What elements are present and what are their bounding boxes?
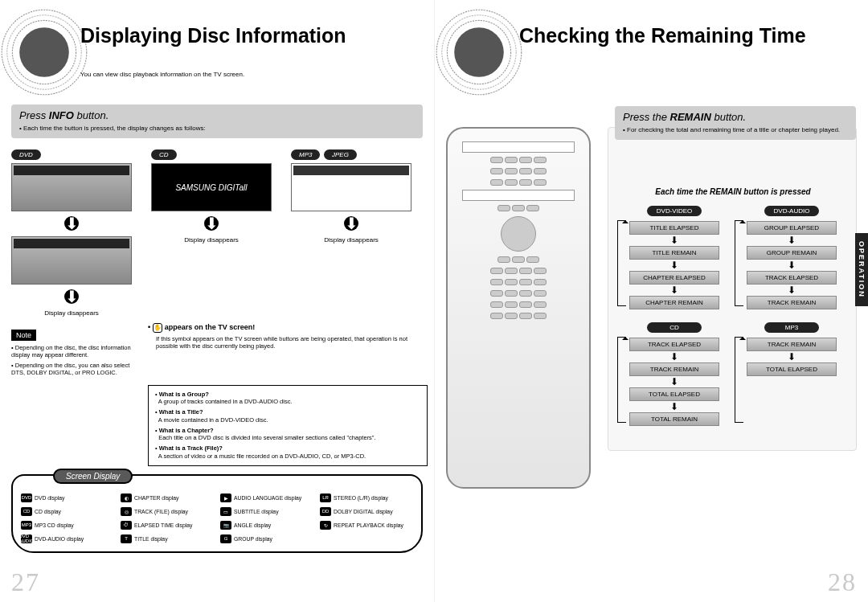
flow-step: TRACK ELAPSED xyxy=(747,271,837,285)
note-tag: Note xyxy=(11,330,36,341)
flow-column: DVD-AUDIOGROUP ELAPSED⬇GROUP REMAIN⬇TRAC… xyxy=(747,206,837,311)
osd-thumb-dvd xyxy=(11,163,132,211)
sd-label: STEREO (L/R) display xyxy=(334,495,388,501)
page-title: Checking the Remaining Time xyxy=(519,24,806,47)
def-item: • What is a Chapter? Each title on a DVD… xyxy=(155,427,420,443)
flow-head: CD xyxy=(647,322,701,333)
sd-item: ◎TRACK (FILE) display xyxy=(121,507,214,516)
sd-item: MP3MP3 CD display xyxy=(21,521,114,530)
down-arrow-icon: ⬇ xyxy=(344,216,358,231)
sd-glyph-icon: ◎ xyxy=(121,507,132,516)
flow-step: TRACK REMAIN xyxy=(629,362,719,376)
sd-label: MP3 CD display xyxy=(35,522,74,528)
flow-step: CHAPTER REMAIN xyxy=(629,296,719,309)
down-arrow-icon: ⬇ xyxy=(747,286,837,294)
instruction-band: Press the REMAIN button. • For checking … xyxy=(615,106,856,140)
def-item: • What is a Title? A movie contained in … xyxy=(155,408,420,424)
page-left: Displaying Disc Information You can view… xyxy=(0,0,434,602)
sd-glyph-icon: G xyxy=(220,534,231,543)
down-arrow-icon: ⬇ xyxy=(629,353,719,361)
sd-label: ANGLE display xyxy=(234,522,271,528)
sd-glyph-icon: CD xyxy=(21,507,32,516)
flow-step: TRACK REMAIN xyxy=(747,338,837,351)
flow-step: CHAPTER ELAPSED xyxy=(629,271,719,285)
sd-glyph-icon: DD xyxy=(320,507,331,516)
display-disappears-label: Display disappears xyxy=(11,309,132,317)
osd-thumb-dvd2 xyxy=(11,236,132,285)
page-right: Checking the Remaining Time Press the RE… xyxy=(434,0,868,602)
sd-item: DVD AUDIODVD-AUDIO display xyxy=(21,534,114,543)
down-arrow-icon: ⬇ xyxy=(629,403,719,411)
down-arrow-icon: ⬇ xyxy=(629,378,719,386)
down-arrow-icon: ⬇ xyxy=(629,236,719,244)
flow-step: TRACK REMAIN xyxy=(747,296,837,309)
badge-dvd: DVD xyxy=(11,149,41,160)
sd-label: TRACK (FILE) display xyxy=(134,509,188,514)
sd-item: DVDDVD display xyxy=(21,493,114,502)
band-title: Press the REMAIN button. xyxy=(623,111,848,123)
badge-cd: CD xyxy=(151,149,177,160)
sd-item: TTITLE display xyxy=(121,534,214,543)
sd-label: TITLE display xyxy=(134,536,168,542)
sd-glyph-icon: ⏱ xyxy=(121,521,132,530)
display-disappears-label: Display disappears xyxy=(291,236,411,244)
sd-label: REPEAT PLAYBACK display xyxy=(334,522,403,528)
osd-previews: DVD ⬇ ⬇ Display disappears CD SAMSUNG DI… xyxy=(11,146,423,317)
sd-glyph-icon: MP3 xyxy=(21,521,32,530)
band-subtext: • Each time the button is pressed, the d… xyxy=(19,125,415,132)
flow-head: DVD-VIDEO xyxy=(647,206,701,216)
appears-heading: • ✋appears on the TV screen! xyxy=(148,323,423,333)
sd-label: GROUP display xyxy=(234,536,272,542)
sd-glyph-icon: ◐ xyxy=(121,493,132,502)
sd-item: LRSTEREO (L/R) display xyxy=(320,493,413,502)
sd-glyph-icon: T xyxy=(121,534,132,543)
flow-step: GROUP REMAIN xyxy=(747,246,837,260)
sd-item: GGROUP display xyxy=(220,534,313,543)
flow-column: DVD-VIDEOTITLE ELAPSED⬇TITLE REMAIN⬇CHAP… xyxy=(629,206,719,311)
instruction-band: Press INFO button. • Each time the butto… xyxy=(11,104,423,138)
note-text: • Depending on the disc, you can also se… xyxy=(11,362,140,377)
down-arrow-icon: ⬇ xyxy=(64,289,79,304)
def-item: • What is a Track (File)? A section of v… xyxy=(155,444,420,461)
sd-glyph-icon: DVD xyxy=(21,493,32,502)
sd-glyph-icon: DVD AUDIO xyxy=(21,534,32,543)
svg-point-0 xyxy=(19,27,69,77)
note-text: • Depending on the disc, the disc inform… xyxy=(11,344,140,359)
flow-head: DVD-AUDIO xyxy=(764,206,818,216)
sd-item: ◐CHAPTER display xyxy=(121,493,214,502)
down-arrow-icon: ⬇ xyxy=(747,236,837,244)
sd-label: DVD display xyxy=(35,495,64,501)
page-number: 28 xyxy=(828,567,857,597)
sd-glyph-icon: ▶ xyxy=(220,493,231,502)
page-subtitle: You can view disc playback information o… xyxy=(80,71,244,78)
def-item: • What is a Group? A group of tracks con… xyxy=(155,391,420,407)
flow-step: TOTAL ELAPSED xyxy=(629,387,719,401)
sd-glyph-icon: LR xyxy=(320,493,331,502)
band-subtext: • For checking the total and remaining t… xyxy=(623,126,848,133)
sd-glyph-icon: ▭ xyxy=(220,507,231,516)
sd-item: CDCD display xyxy=(21,507,114,516)
flow-step: TOTAL ELAPSED xyxy=(747,362,837,376)
sd-glyph-icon: ↻ xyxy=(320,521,331,530)
definitions-box: • What is a Group? A group of tracks con… xyxy=(148,385,428,466)
screen-display-box: Screen Display DVDDVD display◐CHAPTER di… xyxy=(11,474,423,553)
disc-decoration-icon xyxy=(0,8,88,96)
svg-point-4 xyxy=(454,27,504,77)
osd-thumb-cd: SAMSUNG DIGITall xyxy=(151,163,272,211)
sd-label: DVD-AUDIO display xyxy=(35,536,84,542)
operation-tab: OPERATION xyxy=(855,233,868,306)
sd-item: 📷ANGLE display xyxy=(220,521,313,530)
flow-step: TITLE REMAIN xyxy=(629,246,719,260)
badge-mp3: MP3 xyxy=(291,149,320,160)
down-arrow-icon: ⬇ xyxy=(747,353,837,361)
band-title: Press INFO button. xyxy=(19,109,415,121)
sd-label: AUDIO LANGUAGE display xyxy=(234,495,301,501)
down-arrow-icon: ⬇ xyxy=(204,216,219,231)
sd-glyph-icon: 📷 xyxy=(220,521,231,530)
sd-item: ▶AUDIO LANGUAGE display xyxy=(220,493,313,502)
flow-step: TOTAL REMAIN xyxy=(629,412,719,426)
sd-label: CD display xyxy=(35,509,61,514)
flow-column: MP3TRACK REMAIN⬇TOTAL ELAPSED xyxy=(747,322,837,428)
disc-decoration-icon xyxy=(435,8,523,96)
sd-item: ↻REPEAT PLAYBACK display xyxy=(320,521,413,530)
